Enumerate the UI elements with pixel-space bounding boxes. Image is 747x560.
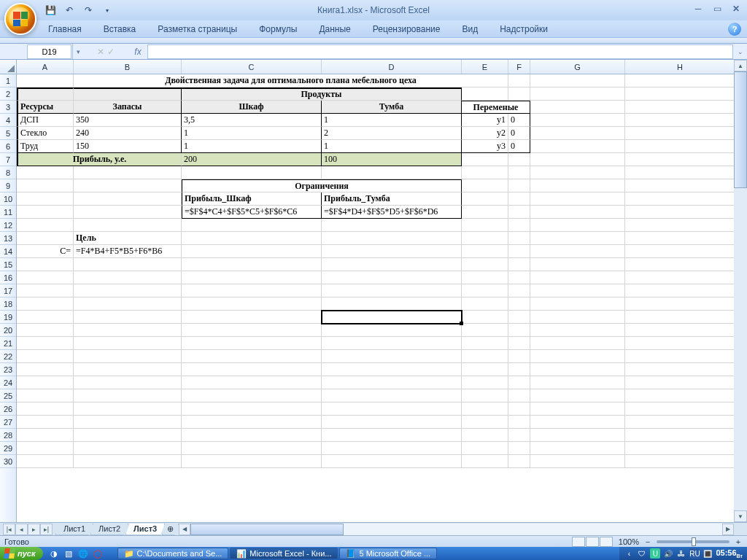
cell[interactable] <box>530 455 625 468</box>
cell[interactable]: Прибыль_Тумба <box>322 192 462 206</box>
cell[interactable] <box>462 363 508 376</box>
cell[interactable] <box>530 114 625 127</box>
cell[interactable] <box>17 192 74 206</box>
cell[interactable] <box>530 192 625 206</box>
cell[interactable] <box>530 376 625 389</box>
cell[interactable] <box>74 455 182 468</box>
taskbar-item[interactable]: 📊 Microsoft Excel - Кни... <box>230 548 338 559</box>
cell[interactable] <box>530 324 625 337</box>
cell[interactable] <box>508 442 530 455</box>
cell[interactable] <box>508 376 530 389</box>
row-header[interactable]: 7 <box>0 153 16 166</box>
cell[interactable] <box>182 219 322 232</box>
cell[interactable] <box>322 298 462 311</box>
cell[interactable]: Шкаф <box>182 101 322 114</box>
row-header[interactable]: 26 <box>0 402 16 416</box>
cell[interactable] <box>74 337 182 350</box>
cell[interactable] <box>462 153 508 166</box>
cell[interactable] <box>625 88 735 101</box>
zoom-slider[interactable] <box>657 540 729 543</box>
cell[interactable] <box>182 284 322 298</box>
tray-lang-icon[interactable]: RU <box>689 548 700 559</box>
cell[interactable] <box>530 232 625 245</box>
cell[interactable]: Прибыль_Шкаф <box>182 192 322 206</box>
sheet-tab[interactable]: Лист3 <box>125 524 165 535</box>
cell[interactable] <box>322 416 462 429</box>
row-header[interactable]: 6 <box>0 140 16 153</box>
sheet-nav-last-icon[interactable]: ▸| <box>40 524 53 535</box>
cell[interactable] <box>625 271 735 284</box>
cell[interactable] <box>530 284 625 298</box>
cell[interactable] <box>625 442 735 455</box>
col-header[interactable]: A <box>17 60 74 74</box>
ql-opera-icon[interactable]: ◯ <box>91 548 104 559</box>
tray-expand-icon[interactable]: ‹ <box>624 548 634 559</box>
cell[interactable] <box>17 206 74 219</box>
view-page-break-icon[interactable] <box>600 537 613 547</box>
cell[interactable] <box>462 416 508 429</box>
cell[interactable] <box>530 206 625 219</box>
cell[interactable] <box>508 416 530 429</box>
cell[interactable] <box>322 219 462 232</box>
cell[interactable] <box>508 455 530 468</box>
cell[interactable] <box>508 88 530 101</box>
cell[interactable] <box>530 402 625 416</box>
cell[interactable] <box>625 114 735 127</box>
cell[interactable]: Труд <box>17 140 74 153</box>
cell[interactable] <box>625 232 735 245</box>
cell[interactable] <box>530 311 625 324</box>
scroll-down-icon[interactable]: ▼ <box>734 510 747 522</box>
cell[interactable] <box>530 166 625 179</box>
cell[interactable] <box>625 298 735 311</box>
qat-redo-icon[interactable]: ↷ <box>80 2 96 18</box>
cell[interactable] <box>508 232 530 245</box>
cell[interactable] <box>182 232 322 245</box>
cell[interactable] <box>530 74 625 88</box>
cell[interactable] <box>508 219 530 232</box>
cell[interactable] <box>530 101 625 114</box>
ql-ie-icon[interactable]: 🌐 <box>77 548 90 559</box>
cell[interactable] <box>625 363 735 376</box>
cell[interactable] <box>17 88 74 101</box>
cell[interactable]: Цель <box>74 232 182 245</box>
cell[interactable]: Двойственная задача для оптимального пла… <box>74 74 508 88</box>
col-header[interactable]: H <box>625 60 735 74</box>
tab-page-layout[interactable]: Разметка страницы <box>152 21 243 37</box>
cell[interactable] <box>462 429 508 442</box>
cell[interactable] <box>625 402 735 416</box>
cell[interactable] <box>625 153 735 166</box>
cell[interactable] <box>462 206 508 219</box>
cell[interactable] <box>322 402 462 416</box>
row-header[interactable]: 14 <box>0 245 16 258</box>
cell[interactable] <box>625 192 735 206</box>
cell[interactable] <box>530 179 625 192</box>
cell[interactable] <box>462 402 508 416</box>
row-header[interactable]: 9 <box>0 179 16 192</box>
select-all-corner[interactable] <box>0 60 17 74</box>
cell[interactable] <box>508 74 530 88</box>
cell[interactable] <box>322 337 462 350</box>
cell[interactable] <box>508 153 530 166</box>
cell[interactable]: Прибыль, у.е. <box>17 153 182 166</box>
cell[interactable]: Стекло <box>17 127 74 140</box>
qat-undo-icon[interactable]: ↶ <box>61 2 77 18</box>
office-button[interactable] <box>4 3 36 35</box>
cell[interactable] <box>74 192 182 206</box>
cell[interactable] <box>17 442 74 455</box>
scroll-right-icon[interactable]: ▶ <box>722 524 734 535</box>
cell[interactable] <box>530 389 625 402</box>
tab-view[interactable]: Вид <box>456 21 484 37</box>
cell[interactable] <box>74 389 182 402</box>
name-box-dropdown-icon[interactable]: ▾ <box>73 44 84 59</box>
tray-volume-icon[interactable]: 🔊 <box>663 548 673 559</box>
cell[interactable] <box>182 166 322 179</box>
cell[interactable] <box>17 350 74 363</box>
cell[interactable] <box>508 311 530 324</box>
fx-icon[interactable]: fx <box>128 47 148 57</box>
cell[interactable] <box>17 219 74 232</box>
row-header[interactable]: 10 <box>0 192 16 206</box>
cell[interactable] <box>508 324 530 337</box>
cell[interactable] <box>530 140 625 153</box>
cell[interactable] <box>182 350 322 363</box>
cell[interactable] <box>182 271 322 284</box>
